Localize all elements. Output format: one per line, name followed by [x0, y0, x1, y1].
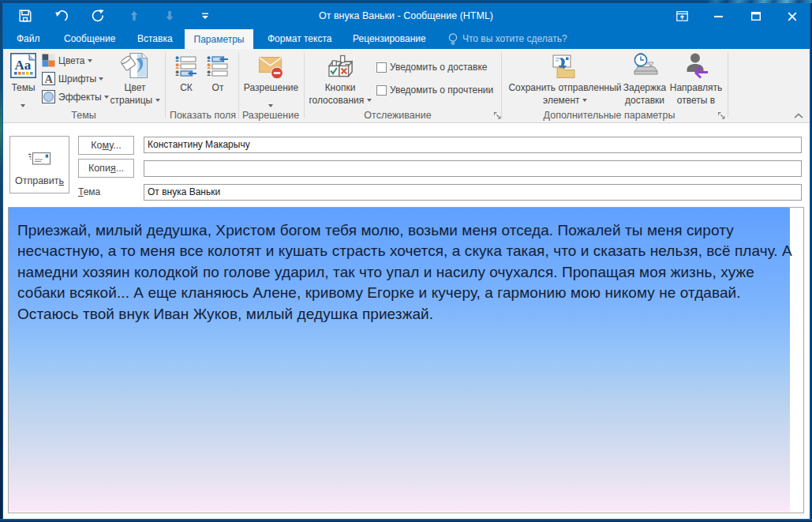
svg-text:Aa: Aa: [15, 58, 32, 73]
svg-text:A: A: [44, 73, 53, 85]
